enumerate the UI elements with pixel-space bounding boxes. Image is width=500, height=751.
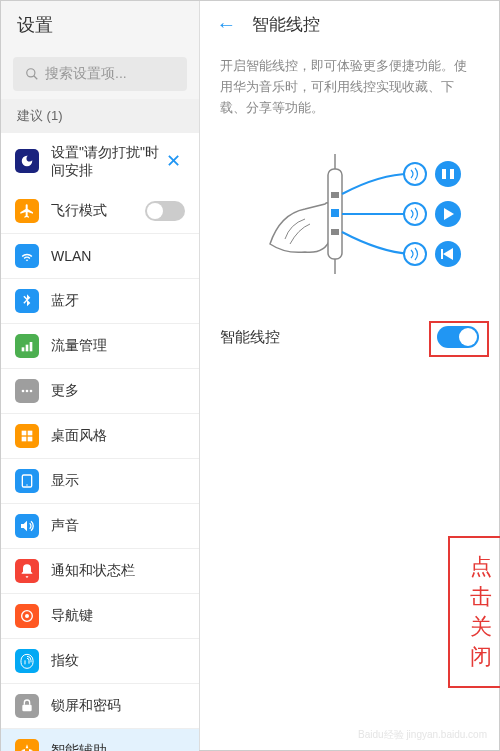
item-icon <box>15 604 39 628</box>
item-icon <box>15 694 39 718</box>
watermark: Baidu经验 jingyan.baidu.com <box>358 728 487 742</box>
svg-rect-22 <box>331 229 339 235</box>
item-label: 通知和状态栏 <box>51 562 185 580</box>
svg-point-26 <box>435 161 461 187</box>
svg-rect-11 <box>28 437 33 442</box>
suggestion-header: 建议 (1) <box>1 99 199 133</box>
svg-rect-3 <box>26 345 29 352</box>
item-label: 智能辅助 <box>51 742 185 751</box>
item-icon <box>15 514 39 538</box>
back-arrow-icon[interactable]: ← <box>216 13 236 36</box>
item-label: WLAN <box>51 248 185 264</box>
item-icon <box>15 739 39 751</box>
svg-point-23 <box>404 163 426 185</box>
suggestion-label: 设置"请勿打扰"时间安排 <box>51 143 162 179</box>
svg-point-13 <box>26 485 27 486</box>
annotation-text-box: 点击关闭 <box>448 536 500 688</box>
item-label: 导航键 <box>51 607 185 625</box>
description-text: 开启智能线控，即可体验更多便捷功能。使用华为音乐时，可利用线控实现收藏、下载、分… <box>200 48 499 134</box>
svg-point-5 <box>22 390 25 393</box>
svg-point-25 <box>404 243 426 265</box>
list-item[interactable]: 通知和状态栏 <box>1 549 199 594</box>
svg-rect-28 <box>450 169 454 179</box>
svg-line-1 <box>34 76 38 80</box>
list-item[interactable]: 桌面风格 <box>1 414 199 459</box>
list-item[interactable]: 飞行模式 <box>1 189 199 234</box>
item-icon <box>15 379 39 403</box>
list-item[interactable]: 声音 <box>1 504 199 549</box>
item-icon <box>15 244 39 268</box>
svg-rect-16 <box>22 705 31 712</box>
airplane-toggle[interactable] <box>145 201 185 221</box>
list-item[interactable]: WLAN <box>1 234 199 279</box>
item-label: 指纹 <box>51 652 185 670</box>
svg-point-15 <box>25 614 29 618</box>
item-label: 显示 <box>51 472 185 490</box>
list-item[interactable]: 显示 <box>1 459 199 504</box>
list-item[interactable]: 锁屏和密码 <box>1 684 199 729</box>
suggestion-item[interactable]: 设置"请勿打扰"时间安排 ✕ <box>1 133 199 189</box>
list-item[interactable]: 流量管理 <box>1 324 199 369</box>
moon-icon <box>15 149 39 173</box>
illustration <box>200 134 499 314</box>
search-input[interactable]: 搜索设置项... <box>13 57 187 91</box>
svg-rect-27 <box>442 169 446 179</box>
search-placeholder: 搜索设置项... <box>45 65 127 83</box>
item-label: 声音 <box>51 517 185 535</box>
svg-rect-8 <box>22 431 27 436</box>
item-label: 更多 <box>51 382 185 400</box>
item-icon <box>15 199 39 223</box>
list-item[interactable]: 蓝牙 <box>1 279 199 324</box>
list-item[interactable]: 指纹 <box>1 639 199 684</box>
toggle-label: 智能线控 <box>220 328 437 347</box>
svg-point-24 <box>404 203 426 225</box>
item-icon <box>15 334 39 358</box>
smart-headset-toggle-row: 智能线控 <box>200 314 499 360</box>
list-item[interactable]: 导航键 <box>1 594 199 639</box>
item-icon <box>15 424 39 448</box>
search-icon <box>25 67 39 81</box>
svg-rect-10 <box>22 437 27 442</box>
settings-title: 设置 <box>1 1 199 49</box>
svg-rect-9 <box>28 431 33 436</box>
smart-headset-toggle[interactable] <box>437 326 479 348</box>
item-label: 锁屏和密码 <box>51 697 185 715</box>
item-icon <box>15 289 39 313</box>
item-icon <box>15 559 39 583</box>
close-icon[interactable]: ✕ <box>162 150 185 172</box>
list-item[interactable]: 智能辅助 <box>1 729 199 751</box>
item-icon <box>15 469 39 493</box>
item-icon <box>15 649 39 673</box>
item-label: 飞行模式 <box>51 202 145 220</box>
svg-rect-21 <box>331 209 339 217</box>
list-item[interactable]: 更多 <box>1 369 199 414</box>
item-label: 桌面风格 <box>51 427 185 445</box>
item-label: 流量管理 <box>51 337 185 355</box>
svg-point-6 <box>26 390 29 393</box>
svg-rect-2 <box>22 348 25 352</box>
svg-point-0 <box>27 69 35 77</box>
svg-rect-31 <box>441 249 443 259</box>
svg-rect-20 <box>331 192 339 198</box>
svg-rect-4 <box>30 342 33 351</box>
page-title: 智能线控 <box>252 13 320 36</box>
item-label: 蓝牙 <box>51 292 185 310</box>
svg-point-7 <box>30 390 33 393</box>
